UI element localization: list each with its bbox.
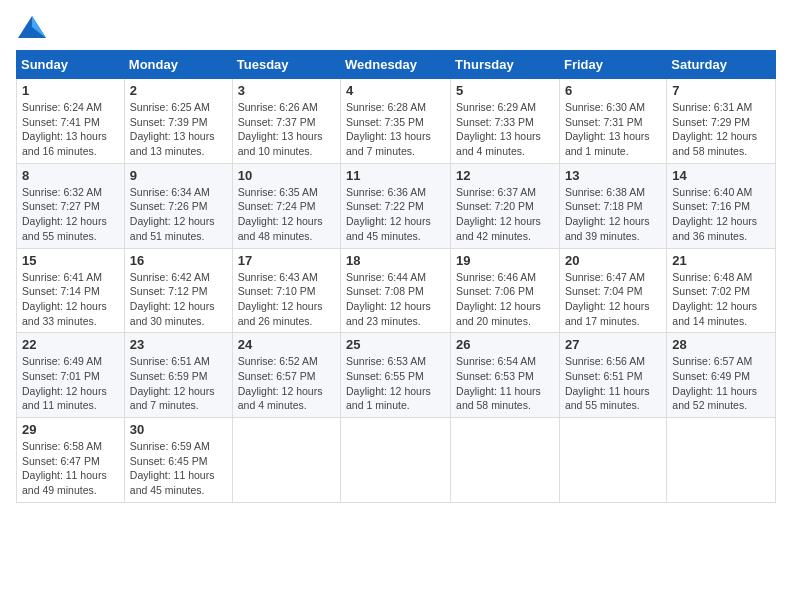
day-info: Sunrise: 6:43 AM Sunset: 7:10 PM Dayligh… xyxy=(238,270,335,329)
calendar-day-23: 23Sunrise: 6:51 AM Sunset: 6:59 PM Dayli… xyxy=(124,333,232,418)
day-number: 23 xyxy=(130,337,227,352)
day-info: Sunrise: 6:26 AM Sunset: 7:37 PM Dayligh… xyxy=(238,100,335,159)
calendar-day-4: 4Sunrise: 6:28 AM Sunset: 7:35 PM Daylig… xyxy=(341,79,451,164)
calendar-day-8: 8Sunrise: 6:32 AM Sunset: 7:27 PM Daylig… xyxy=(17,163,125,248)
weekday-header-monday: Monday xyxy=(124,51,232,79)
calendar-day-12: 12Sunrise: 6:37 AM Sunset: 7:20 PM Dayli… xyxy=(451,163,560,248)
day-info: Sunrise: 6:25 AM Sunset: 7:39 PM Dayligh… xyxy=(130,100,227,159)
day-info: Sunrise: 6:30 AM Sunset: 7:31 PM Dayligh… xyxy=(565,100,661,159)
day-info: Sunrise: 6:53 AM Sunset: 6:55 PM Dayligh… xyxy=(346,354,445,413)
calendar-day-11: 11Sunrise: 6:36 AM Sunset: 7:22 PM Dayli… xyxy=(341,163,451,248)
empty-cell xyxy=(232,418,340,503)
weekday-header-saturday: Saturday xyxy=(667,51,776,79)
weekday-header-tuesday: Tuesday xyxy=(232,51,340,79)
day-info: Sunrise: 6:29 AM Sunset: 7:33 PM Dayligh… xyxy=(456,100,554,159)
calendar-day-15: 15Sunrise: 6:41 AM Sunset: 7:14 PM Dayli… xyxy=(17,248,125,333)
calendar-day-1: 1Sunrise: 6:24 AM Sunset: 7:41 PM Daylig… xyxy=(17,79,125,164)
day-info: Sunrise: 6:49 AM Sunset: 7:01 PM Dayligh… xyxy=(22,354,119,413)
calendar-day-30: 30Sunrise: 6:59 AM Sunset: 6:45 PM Dayli… xyxy=(124,418,232,503)
day-number: 16 xyxy=(130,253,227,268)
calendar-day-25: 25Sunrise: 6:53 AM Sunset: 6:55 PM Dayli… xyxy=(341,333,451,418)
day-info: Sunrise: 6:52 AM Sunset: 6:57 PM Dayligh… xyxy=(238,354,335,413)
day-number: 28 xyxy=(672,337,770,352)
day-number: 8 xyxy=(22,168,119,183)
calendar-day-3: 3Sunrise: 6:26 AM Sunset: 7:37 PM Daylig… xyxy=(232,79,340,164)
day-info: Sunrise: 6:51 AM Sunset: 6:59 PM Dayligh… xyxy=(130,354,227,413)
day-number: 2 xyxy=(130,83,227,98)
day-info: Sunrise: 6:40 AM Sunset: 7:16 PM Dayligh… xyxy=(672,185,770,244)
day-info: Sunrise: 6:28 AM Sunset: 7:35 PM Dayligh… xyxy=(346,100,445,159)
day-number: 14 xyxy=(672,168,770,183)
calendar-week-1: 1Sunrise: 6:24 AM Sunset: 7:41 PM Daylig… xyxy=(17,79,776,164)
calendar-day-6: 6Sunrise: 6:30 AM Sunset: 7:31 PM Daylig… xyxy=(559,79,666,164)
day-info: Sunrise: 6:34 AM Sunset: 7:26 PM Dayligh… xyxy=(130,185,227,244)
day-info: Sunrise: 6:31 AM Sunset: 7:29 PM Dayligh… xyxy=(672,100,770,159)
calendar-day-29: 29Sunrise: 6:58 AM Sunset: 6:47 PM Dayli… xyxy=(17,418,125,503)
day-number: 18 xyxy=(346,253,445,268)
day-number: 27 xyxy=(565,337,661,352)
day-number: 29 xyxy=(22,422,119,437)
calendar-day-19: 19Sunrise: 6:46 AM Sunset: 7:06 PM Dayli… xyxy=(451,248,560,333)
day-number: 5 xyxy=(456,83,554,98)
day-info: Sunrise: 6:24 AM Sunset: 7:41 PM Dayligh… xyxy=(22,100,119,159)
day-info: Sunrise: 6:58 AM Sunset: 6:47 PM Dayligh… xyxy=(22,439,119,498)
calendar-week-2: 8Sunrise: 6:32 AM Sunset: 7:27 PM Daylig… xyxy=(17,163,776,248)
day-number: 9 xyxy=(130,168,227,183)
day-number: 7 xyxy=(672,83,770,98)
calendar-week-4: 22Sunrise: 6:49 AM Sunset: 7:01 PM Dayli… xyxy=(17,333,776,418)
day-number: 17 xyxy=(238,253,335,268)
weekday-header-sunday: Sunday xyxy=(17,51,125,79)
calendar-day-16: 16Sunrise: 6:42 AM Sunset: 7:12 PM Dayli… xyxy=(124,248,232,333)
calendar-day-9: 9Sunrise: 6:34 AM Sunset: 7:26 PM Daylig… xyxy=(124,163,232,248)
calendar-day-24: 24Sunrise: 6:52 AM Sunset: 6:57 PM Dayli… xyxy=(232,333,340,418)
calendar-header-row: SundayMondayTuesdayWednesdayThursdayFrid… xyxy=(17,51,776,79)
day-number: 19 xyxy=(456,253,554,268)
logo xyxy=(16,16,46,38)
day-info: Sunrise: 6:42 AM Sunset: 7:12 PM Dayligh… xyxy=(130,270,227,329)
day-info: Sunrise: 6:47 AM Sunset: 7:04 PM Dayligh… xyxy=(565,270,661,329)
day-info: Sunrise: 6:37 AM Sunset: 7:20 PM Dayligh… xyxy=(456,185,554,244)
day-number: 3 xyxy=(238,83,335,98)
day-number: 4 xyxy=(346,83,445,98)
day-number: 1 xyxy=(22,83,119,98)
calendar-week-3: 15Sunrise: 6:41 AM Sunset: 7:14 PM Dayli… xyxy=(17,248,776,333)
day-info: Sunrise: 6:56 AM Sunset: 6:51 PM Dayligh… xyxy=(565,354,661,413)
day-number: 13 xyxy=(565,168,661,183)
weekday-header-thursday: Thursday xyxy=(451,51,560,79)
day-number: 21 xyxy=(672,253,770,268)
day-info: Sunrise: 6:54 AM Sunset: 6:53 PM Dayligh… xyxy=(456,354,554,413)
calendar-day-20: 20Sunrise: 6:47 AM Sunset: 7:04 PM Dayli… xyxy=(559,248,666,333)
day-number: 15 xyxy=(22,253,119,268)
day-info: Sunrise: 6:57 AM Sunset: 6:49 PM Dayligh… xyxy=(672,354,770,413)
day-number: 6 xyxy=(565,83,661,98)
weekday-header-friday: Friday xyxy=(559,51,666,79)
calendar-day-7: 7Sunrise: 6:31 AM Sunset: 7:29 PM Daylig… xyxy=(667,79,776,164)
day-info: Sunrise: 6:41 AM Sunset: 7:14 PM Dayligh… xyxy=(22,270,119,329)
day-number: 30 xyxy=(130,422,227,437)
calendar-day-10: 10Sunrise: 6:35 AM Sunset: 7:24 PM Dayli… xyxy=(232,163,340,248)
calendar-table: SundayMondayTuesdayWednesdayThursdayFrid… xyxy=(16,50,776,503)
calendar-day-28: 28Sunrise: 6:57 AM Sunset: 6:49 PM Dayli… xyxy=(667,333,776,418)
day-number: 24 xyxy=(238,337,335,352)
day-number: 11 xyxy=(346,168,445,183)
day-info: Sunrise: 6:59 AM Sunset: 6:45 PM Dayligh… xyxy=(130,439,227,498)
calendar-day-2: 2Sunrise: 6:25 AM Sunset: 7:39 PM Daylig… xyxy=(124,79,232,164)
calendar-day-22: 22Sunrise: 6:49 AM Sunset: 7:01 PM Dayli… xyxy=(17,333,125,418)
calendar-day-21: 21Sunrise: 6:48 AM Sunset: 7:02 PM Dayli… xyxy=(667,248,776,333)
day-number: 10 xyxy=(238,168,335,183)
day-number: 25 xyxy=(346,337,445,352)
day-number: 26 xyxy=(456,337,554,352)
day-info: Sunrise: 6:48 AM Sunset: 7:02 PM Dayligh… xyxy=(672,270,770,329)
weekday-header-wednesday: Wednesday xyxy=(341,51,451,79)
day-number: 20 xyxy=(565,253,661,268)
logo-icon xyxy=(18,16,46,38)
day-info: Sunrise: 6:44 AM Sunset: 7:08 PM Dayligh… xyxy=(346,270,445,329)
calendar-day-17: 17Sunrise: 6:43 AM Sunset: 7:10 PM Dayli… xyxy=(232,248,340,333)
day-number: 12 xyxy=(456,168,554,183)
empty-cell xyxy=(451,418,560,503)
calendar-day-18: 18Sunrise: 6:44 AM Sunset: 7:08 PM Dayli… xyxy=(341,248,451,333)
empty-cell xyxy=(341,418,451,503)
calendar-week-5: 29Sunrise: 6:58 AM Sunset: 6:47 PM Dayli… xyxy=(17,418,776,503)
day-info: Sunrise: 6:35 AM Sunset: 7:24 PM Dayligh… xyxy=(238,185,335,244)
empty-cell xyxy=(667,418,776,503)
